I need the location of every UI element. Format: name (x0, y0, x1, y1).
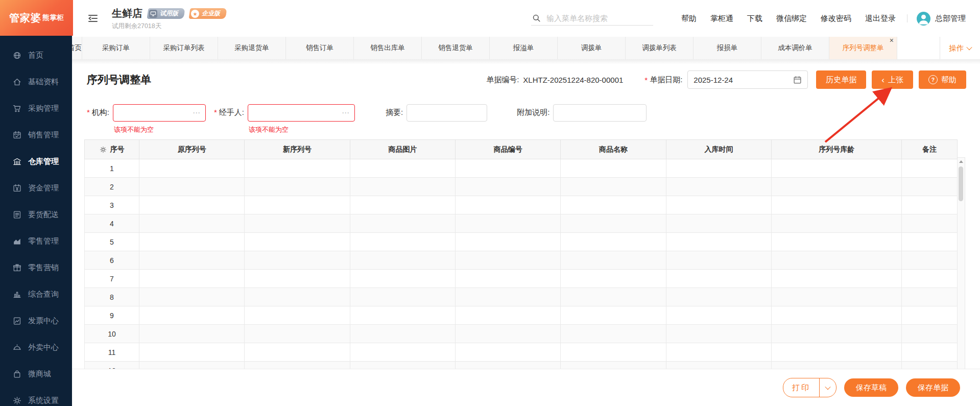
grid-cell[interactable] (456, 178, 561, 196)
grid-cell[interactable] (772, 325, 902, 343)
grid-cell[interactable] (561, 178, 666, 196)
grid-cell[interactable] (139, 288, 245, 306)
grid-cell[interactable] (902, 251, 958, 270)
grid-cell[interactable] (772, 178, 902, 196)
scroll-up-arrow[interactable] (958, 158, 965, 165)
header-link[interactable]: 下载 (747, 14, 762, 23)
sidebar-item-warehouse[interactable]: 仓库管理 (0, 148, 72, 175)
grid-cell[interactable] (245, 178, 350, 196)
sidebar-item-area-chart[interactable]: 零售管理 (0, 228, 72, 254)
grid-cell[interactable] (561, 288, 666, 306)
tab-item[interactable]: 首页 (72, 37, 82, 59)
grid-cell[interactable] (456, 306, 561, 325)
grid-cell[interactable] (772, 251, 902, 270)
grid-cell[interactable] (772, 343, 902, 362)
grid-cell[interactable] (772, 233, 902, 251)
sidebar-item-home[interactable]: 基础资料 (0, 68, 72, 95)
tab-item[interactable]: 采购订单列表 (150, 37, 218, 59)
tab-item[interactable]: 采购订单 (82, 37, 150, 59)
grid-cell[interactable] (245, 325, 350, 343)
grid-cell[interactable] (561, 343, 666, 362)
grid-cell[interactable] (561, 251, 666, 270)
help-button[interactable]: ? 帮助 (919, 70, 966, 89)
grid-cell[interactable] (666, 270, 771, 288)
sidebar-item-invoice[interactable]: 发票中心 (0, 307, 72, 334)
grid-cell[interactable] (456, 343, 561, 362)
grid-cell[interactable] (772, 306, 902, 325)
tab-item[interactable]: 报溢单 (490, 37, 558, 59)
scroll-thumb[interactable] (959, 166, 963, 201)
sidebar-item-gift[interactable]: 零售营销 (0, 254, 72, 281)
note-input[interactable] (553, 104, 647, 122)
grid-cell[interactable] (456, 159, 561, 178)
vertical-scrollbar[interactable] (958, 157, 965, 384)
grid-cell[interactable] (350, 233, 455, 251)
summary-input[interactable] (407, 104, 487, 122)
grid-cell[interactable] (245, 306, 350, 325)
history-button[interactable]: 历史单据 (816, 70, 866, 89)
header-link[interactable]: 退出登录 (865, 14, 896, 23)
grid-cell[interactable] (350, 214, 455, 233)
grid-cell[interactable] (139, 251, 245, 270)
user-menu[interactable]: 总部管理 (917, 12, 966, 26)
grid-cell[interactable] (902, 214, 958, 233)
column-settings-gear-icon[interactable] (100, 146, 107, 153)
grid-cell[interactable] (772, 159, 902, 178)
grid-cell[interactable] (139, 159, 245, 178)
grid-cell[interactable] (772, 214, 902, 233)
grid-cell[interactable] (350, 251, 455, 270)
grid-cell[interactable] (666, 178, 771, 196)
grid-cell[interactable] (139, 233, 245, 251)
grid-cell[interactable] (350, 288, 455, 306)
grid-cell[interactable] (772, 270, 902, 288)
grid-cell[interactable] (561, 159, 666, 178)
grid-cell[interactable] (245, 196, 350, 214)
grid-cell[interactable] (902, 159, 958, 178)
previous-doc-button[interactable]: ‹ 上张 (872, 70, 913, 89)
grid-cell[interactable] (139, 178, 245, 196)
grid-cell[interactable] (902, 196, 958, 214)
grid-cell[interactable] (139, 306, 245, 325)
grid-cell[interactable] (139, 343, 245, 362)
grid-cell[interactable] (666, 325, 771, 343)
grid-cell[interactable] (245, 159, 350, 178)
grid-cell[interactable] (456, 270, 561, 288)
grid-cell[interactable] (350, 159, 455, 178)
grid-cell[interactable] (139, 325, 245, 343)
sidebar-item-money-calendar[interactable]: 资金管理 (0, 175, 72, 201)
header-link[interactable]: 微信绑定 (776, 14, 807, 23)
grid-cell[interactable] (245, 214, 350, 233)
grid-cell[interactable] (245, 270, 350, 288)
sidebar-item-bell[interactable]: 外卖中心 (0, 334, 72, 361)
picker-ellipsis-icon[interactable]: ⋯ (189, 108, 201, 117)
save-draft-button[interactable]: 保存草稿 (844, 378, 898, 397)
grid-cell[interactable] (350, 178, 455, 196)
close-icon[interactable]: × (890, 37, 894, 44)
grid-cell[interactable] (772, 288, 902, 306)
grid-cell[interactable] (666, 306, 771, 325)
sidebar-item-bag[interactable]: 微商城 (0, 361, 72, 387)
grid-cell[interactable] (666, 251, 771, 270)
grid-cell[interactable] (245, 251, 350, 270)
sidebar-collapse-icon[interactable] (86, 12, 100, 25)
tab-item[interactable]: 销售退货单 (422, 37, 490, 59)
grid-cell[interactable] (666, 159, 771, 178)
grid-cell[interactable] (350, 325, 455, 343)
print-split-button[interactable]: 打印 (783, 378, 836, 397)
tab-item[interactable]: 调拨单列表 (626, 37, 694, 59)
grid-cell[interactable] (456, 196, 561, 214)
grid-cell[interactable] (561, 196, 666, 214)
grid-cell[interactable] (456, 288, 561, 306)
grid-cell[interactable] (666, 214, 771, 233)
tab-item[interactable]: 报损单 (694, 37, 761, 59)
grid-cell[interactable] (456, 325, 561, 343)
grid-cell[interactable] (561, 233, 666, 251)
print-options-toggle[interactable] (819, 378, 836, 397)
grid-cell[interactable] (245, 343, 350, 362)
sidebar-item-globe[interactable]: 首页 (0, 42, 72, 68)
grid-cell[interactable] (139, 214, 245, 233)
grid-cell[interactable] (350, 343, 455, 362)
grid-cell[interactable] (350, 270, 455, 288)
grid-cell[interactable] (902, 343, 958, 362)
org-input[interactable]: ⋯ (113, 104, 206, 122)
